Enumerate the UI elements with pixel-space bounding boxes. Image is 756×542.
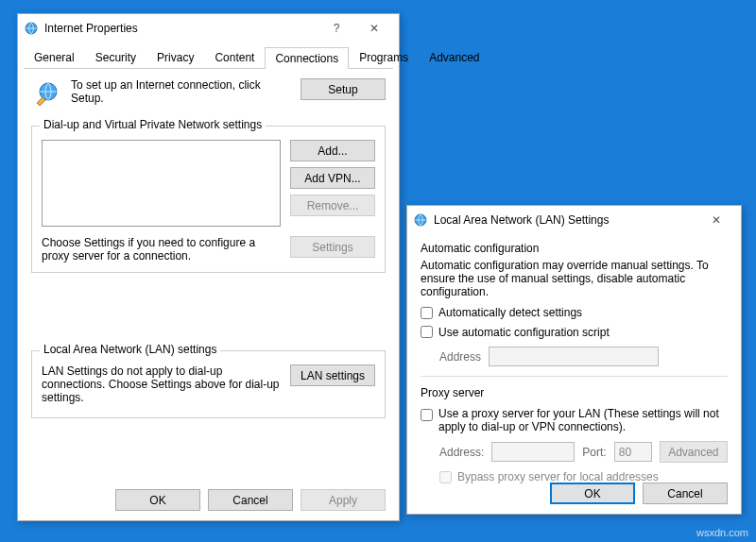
tab-content[interactable]: Content <box>204 46 265 68</box>
connection-wizard-icon <box>31 78 61 109</box>
use-proxy-checkbox[interactable]: Use a proxy server for your LAN (These s… <box>421 407 728 433</box>
dialog-footer: OK Cancel Apply <box>18 480 399 520</box>
dialup-group-label: Dial-up and Virtual Private Network sett… <box>40 118 266 131</box>
add-button[interactable]: Add... <box>290 140 375 161</box>
tab-security[interactable]: Security <box>85 46 146 68</box>
dialup-groupbox: Dial-up and Virtual Private Network sett… <box>31 126 386 273</box>
auto-detect-label: Automatically detect settings <box>438 306 582 319</box>
lan-group-label: Local Area Network (LAN) settings <box>40 343 220 356</box>
auto-script-checkbox[interactable]: Use automatic configuration script <box>421 326 610 339</box>
help-button[interactable]: ? <box>318 15 355 42</box>
internet-options-icon <box>24 21 39 36</box>
auto-script-label: Use automatic configuration script <box>438 326 610 339</box>
internet-properties-window: Internet Properties ? ✕ General Security… <box>17 13 400 521</box>
proxy-address-input <box>491 442 575 462</box>
lan-settings-window: Local Area Network (LAN) Settings ✕ Auto… <box>406 205 742 515</box>
titlebar[interactable]: Internet Properties ? ✕ <box>18 14 399 42</box>
tab-connections[interactable]: Connections <box>265 47 349 69</box>
proxy-port-input <box>614 442 652 462</box>
auto-config-title: Automatic configuration <box>421 242 728 255</box>
lan-pane: Automatic configuration Automatic config… <box>407 234 741 486</box>
tab-general[interactable]: General <box>24 46 85 68</box>
script-address-label: Address <box>439 350 481 364</box>
lan-settings-button[interactable]: LAN settings <box>290 364 375 386</box>
dialup-hint: Choose Settings if you need to configure… <box>42 236 281 263</box>
auto-detect-input[interactable] <box>421 307 433 319</box>
auto-detect-checkbox[interactable]: Automatically detect settings <box>421 306 582 319</box>
cancel-button[interactable]: Cancel <box>208 489 293 511</box>
proxy-advanced-button: Advanced <box>660 441 728 463</box>
window-title: Local Area Network (LAN) Settings <box>434 213 697 227</box>
watermark: wsxdn.com <box>696 527 748 538</box>
internet-options-icon <box>413 212 428 228</box>
proxy-title: Proxy server <box>421 386 728 399</box>
auto-config-hint: Automatic configuration may override man… <box>421 259 728 298</box>
close-button[interactable]: ✕ <box>697 207 735 233</box>
titlebar[interactable]: Local Area Network (LAN) Settings ✕ <box>407 206 741 234</box>
apply-button: Apply <box>301 489 386 511</box>
lan-groupbox: Local Area Network (LAN) settings LAN Se… <box>31 350 386 418</box>
proxy-address-label: Address: <box>439 446 484 459</box>
connection-settings-button: Settings <box>290 236 375 258</box>
lan-hint: LAN Settings do not apply to dial-up con… <box>42 364 281 404</box>
remove-button: Remove... <box>290 195 375 216</box>
dialog-footer: OK Cancel <box>407 473 741 514</box>
tab-strip: General Security Privacy Content Connect… <box>18 42 399 68</box>
use-proxy-input[interactable] <box>421 409 433 421</box>
script-address-input <box>489 347 659 366</box>
close-button[interactable]: ✕ <box>355 15 393 42</box>
connections-listbox[interactable] <box>42 140 281 227</box>
window-title: Internet Properties <box>44 22 318 35</box>
tab-privacy[interactable]: Privacy <box>146 46 204 68</box>
auto-script-input[interactable] <box>421 326 433 338</box>
connections-pane: To set up an Internet connection, click … <box>18 69 399 418</box>
setup-hint: To set up an Internet connection, click … <box>71 78 291 105</box>
ok-button[interactable]: OK <box>115 489 200 511</box>
setup-button[interactable]: Setup <box>301 78 386 100</box>
cancel-button[interactable]: Cancel <box>643 483 728 504</box>
add-vpn-button[interactable]: Add VPN... <box>290 167 375 189</box>
proxy-port-label: Port: <box>582 446 606 459</box>
use-proxy-label: Use a proxy server for your LAN (These s… <box>438 407 728 433</box>
tab-programs[interactable]: Programs <box>349 46 419 68</box>
ok-button[interactable]: OK <box>550 483 635 504</box>
tab-advanced[interactable]: Advanced <box>419 46 490 68</box>
